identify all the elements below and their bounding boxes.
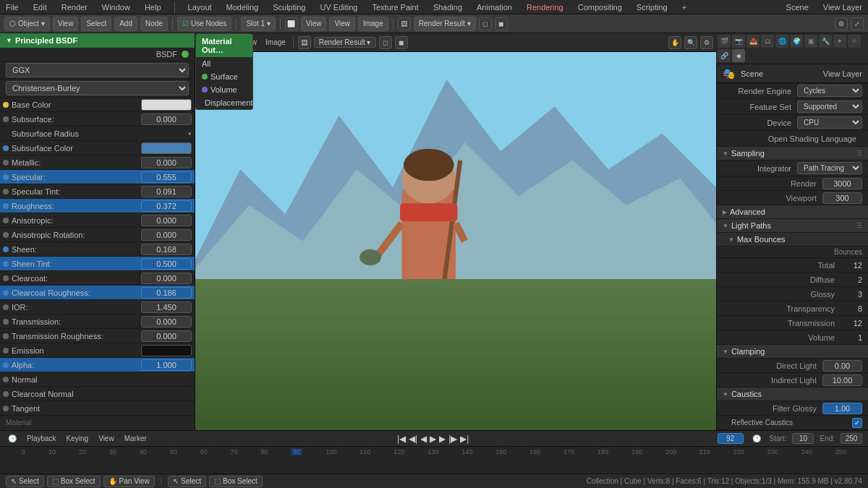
material-icon-btn[interactable]: ◈: [732, 49, 745, 62]
max-bounces-header[interactable]: ▼ Max Bounces: [717, 233, 868, 247]
menu-render[interactable]: Render: [59, 3, 90, 12]
workspace-shading[interactable]: Shading: [430, 3, 465, 12]
subsurface-method-dropdown[interactable]: Christensen-Burley: [6, 81, 189, 95]
play-btn[interactable]: ▶: [430, 434, 436, 444]
filter-glossy-field[interactable]: [822, 403, 862, 414]
rt-icon2[interactable]: ◻: [379, 36, 392, 49]
use-nodes-checkbox[interactable]: ☑ Use Nodes: [177, 17, 231, 31]
keying-btn[interactable]: Keying: [64, 435, 91, 442]
view3-btn[interactable]: View: [329, 17, 355, 31]
sheen-tint-field[interactable]: [141, 258, 192, 270]
render-result-btn[interactable]: Render Result ▾: [414, 17, 476, 31]
alpha-dot[interactable]: [3, 362, 9, 368]
reflective-caustics-checkbox[interactable]: ✓: [852, 418, 862, 428]
base-color-dot[interactable]: [3, 102, 9, 108]
current-frame-field[interactable]: [718, 433, 744, 444]
workspace-animation[interactable]: Animation: [474, 3, 515, 12]
roughness-dot[interactable]: [3, 203, 9, 209]
view2-btn[interactable]: View: [301, 17, 327, 31]
next-keyframe-btn[interactable]: |▶: [448, 434, 457, 444]
workspace-scripting[interactable]: Scripting: [634, 3, 671, 12]
box-select-btn[interactable]: ⬚ Box Select: [47, 476, 101, 487]
cc-normal-dot[interactable]: [3, 391, 9, 397]
sheen-field[interactable]: [141, 244, 192, 255]
constraints-icon-btn[interactable]: 🔗: [718, 49, 731, 62]
add-workspace-btn[interactable]: +: [679, 3, 689, 12]
indirect-light-field[interactable]: [822, 374, 862, 386]
scene-icon-btn[interactable]: 🎬: [718, 35, 731, 48]
metallic-field[interactable]: [141, 157, 192, 168]
metallic-dot[interactable]: [3, 160, 9, 166]
workspace-uv[interactable]: UV Editing: [317, 3, 360, 12]
sub-radius-chevron[interactable]: ▾: [188, 130, 192, 137]
aniso-rot-field[interactable]: [141, 229, 192, 241]
ior-dot[interactable]: [3, 304, 9, 310]
menu-window[interactable]: Window: [99, 3, 133, 12]
distribution-dropdown[interactable]: GGX: [6, 63, 189, 77]
aniso-dot[interactable]: [3, 218, 9, 223]
fullscreen-icon[interactable]: ⤢: [851, 17, 864, 30]
lp-menu-icon[interactable]: ☰: [856, 222, 862, 229]
prev-keyframe-btn[interactable]: ◀|: [409, 434, 417, 444]
select-mode-btn2[interactable]: ↖ Select: [168, 476, 206, 487]
cc-rough-field[interactable]: [141, 287, 192, 299]
end-frame-field[interactable]: [841, 433, 862, 444]
tangent-dot[interactable]: [3, 406, 9, 411]
sampling-header[interactable]: ▼ Sampling ☰: [717, 147, 868, 160]
rt-img-icon[interactable]: 🖼: [298, 36, 311, 49]
view-btn[interactable]: View: [53, 17, 79, 31]
direct-light-field[interactable]: [822, 360, 862, 372]
specular-dot[interactable]: [3, 174, 9, 180]
advanced-header[interactable]: ▶ Advanced: [717, 205, 868, 219]
integrator-dropdown[interactable]: Path Tracing: [797, 162, 862, 174]
render-icon-btn[interactable]: 📷: [732, 35, 745, 48]
node-btn[interactable]: Node: [140, 17, 168, 31]
modifier-icon-btn[interactable]: 🔧: [819, 35, 832, 48]
node-menu-all[interactable]: All: [196, 57, 252, 70]
rt-image-btn[interactable]: Image: [263, 38, 289, 46]
render-result-badge[interactable]: Render Result ▾: [314, 37, 376, 48]
workspace-modeling[interactable]: Modeling: [224, 3, 262, 12]
particle-icon-btn[interactable]: ✦: [833, 35, 846, 48]
view-layer-icon-btn[interactable]: 🗂: [761, 35, 774, 48]
world-icon-btn[interactable]: 🌍: [790, 35, 803, 48]
clearcoat-field[interactable]: [141, 273, 192, 284]
workspace-sculpting[interactable]: Sculpting: [270, 3, 308, 12]
ior-field[interactable]: [141, 301, 192, 313]
img-icon[interactable]: 🖼: [398, 17, 411, 30]
render-engine-dropdown[interactable]: Cycles: [797, 85, 862, 97]
alpha-field[interactable]: [141, 359, 192, 371]
workspace-compositing[interactable]: Compositing: [575, 3, 625, 12]
caustics-header[interactable]: ▼ Caustics: [717, 388, 868, 401]
select-mode-btn[interactable]: ↖ Select: [6, 476, 44, 487]
base-color-swatch[interactable]: [141, 99, 192, 111]
cc-rough-dot[interactable]: [3, 290, 9, 296]
render-icon1[interactable]: ◻: [479, 17, 492, 30]
sheen-tint-dot[interactable]: [3, 261, 9, 267]
workspace-texture[interactable]: Texture Paint: [369, 3, 421, 12]
emission-dot[interactable]: [3, 348, 9, 354]
normal-dot[interactable]: [3, 377, 9, 382]
rt-zoom-icon[interactable]: 🔍: [684, 36, 697, 49]
start-frame-field[interactable]: [792, 433, 814, 444]
node-menu-volume[interactable]: Volume: [196, 83, 252, 96]
camera-icon-btn[interactable]: ⬜: [285, 17, 298, 30]
light-paths-header[interactable]: ▼ Light Paths ☰: [717, 219, 868, 233]
render-samples-field[interactable]: [822, 178, 862, 189]
emission-swatch[interactable]: [141, 345, 192, 356]
clearcoat-dot[interactable]: [3, 275, 9, 281]
subsurface-dot[interactable]: [3, 116, 9, 122]
specular-field[interactable]: [141, 171, 192, 183]
anisotropic-field[interactable]: [141, 215, 192, 226]
render-icon2[interactable]: ◼: [495, 17, 508, 30]
trans-dot[interactable]: [3, 319, 9, 325]
render-viewport[interactable]: [195, 52, 716, 430]
menu-file[interactable]: File: [3, 3, 22, 12]
menu-help[interactable]: Help: [142, 3, 164, 12]
sampling-menu-icon[interactable]: ☰: [856, 150, 862, 157]
roughness-field[interactable]: [141, 200, 192, 212]
jump-start-btn[interactable]: |◀: [397, 434, 406, 444]
step-fwd-btn[interactable]: ▶: [439, 434, 446, 444]
aniso-rot-dot[interactable]: [3, 232, 9, 238]
playback-btn[interactable]: Playback: [25, 435, 59, 442]
